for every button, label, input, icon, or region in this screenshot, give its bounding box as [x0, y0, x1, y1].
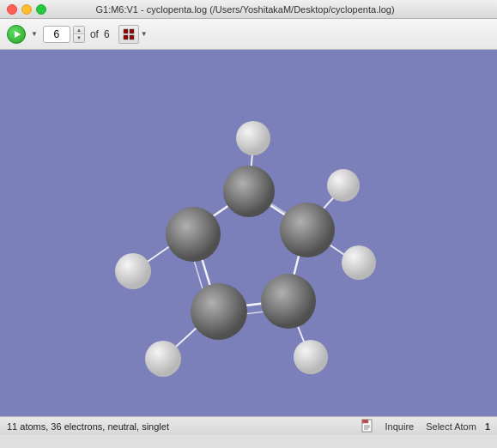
of-label: of [90, 28, 99, 40]
svg-rect-1 [130, 29, 134, 33]
step-input-group: ▲ ▼ [43, 26, 85, 43]
view-controls: ▼ [118, 25, 148, 44]
svg-point-24 [236, 121, 270, 155]
inquire-button[interactable]: Inquire [382, 421, 418, 432]
play-dropdown-arrow[interactable]: ▼ [31, 30, 38, 38]
svg-rect-2 [124, 35, 128, 39]
select-atom-button[interactable]: Select Atom [424, 421, 478, 432]
status-bar: 11 atoms, 36 electrons, neutral, singlet… [0, 416, 497, 435]
svg-rect-31 [362, 420, 368, 423]
svg-point-20 [223, 166, 275, 217]
status-info: 11 atoms, 36 electrons, neutral, singlet [7, 421, 361, 432]
svg-rect-3 [130, 35, 134, 39]
svg-point-19 [166, 207, 221, 262]
molecule-viewport[interactable] [0, 50, 497, 416]
svg-point-28 [145, 341, 181, 377]
svg-point-26 [342, 245, 376, 280]
view-dropdown-arrow[interactable]: ▼ [141, 30, 148, 38]
svg-point-27 [115, 253, 151, 289]
svg-point-21 [280, 203, 335, 257]
play-button[interactable] [7, 25, 26, 44]
spinner-down[interactable]: ▼ [74, 34, 84, 42]
title-bar: G1:M6:V1 - cyclopenta.log (/Users/Yoshit… [0, 0, 497, 19]
svg-point-23 [191, 283, 247, 340]
view-button-1[interactable] [118, 25, 139, 44]
document-icon[interactable] [361, 419, 375, 434]
select-atom-number: 1 [485, 421, 490, 432]
step-spinner[interactable]: ▲ ▼ [73, 26, 85, 43]
molecule-display [0, 50, 497, 416]
status-right: Inquire Select Atom 1 [361, 419, 490, 434]
svg-rect-4 [0, 50, 497, 416]
step-input[interactable] [43, 26, 70, 43]
spinner-up[interactable]: ▲ [74, 27, 84, 35]
svg-rect-0 [124, 29, 128, 33]
window-title: G1:M6:V1 - cyclopenta.log (/Users/Yoshit… [0, 4, 490, 15]
svg-point-22 [261, 274, 316, 329]
svg-point-29 [294, 340, 328, 374]
total-steps: 6 [104, 28, 110, 40]
toolbar: ▼ ▲ ▼ of 6 ▼ [0, 19, 497, 50]
svg-point-25 [327, 169, 360, 202]
